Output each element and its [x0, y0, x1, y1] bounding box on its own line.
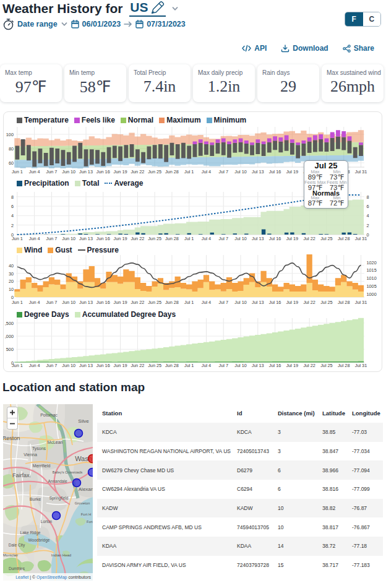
svg-text:Potomac: Potomac [40, 413, 58, 417]
svg-text:Lorton: Lorton [41, 519, 53, 524]
svg-text:Jul 31: Jul 31 [355, 169, 367, 175]
svg-text:Jun 28: Jun 28 [165, 300, 179, 305]
svg-text:Jul 16: Jul 16 [269, 169, 281, 175]
svg-text:Jun 28: Jun 28 [165, 236, 179, 241]
svg-text:Jul 10: Jul 10 [234, 300, 246, 305]
svg-text:Lake Ridge: Lake Ridge [20, 530, 41, 535]
svg-text:Jul 16: Jul 16 [269, 300, 281, 305]
svg-text:Jun 22: Jun 22 [131, 236, 144, 241]
svg-text:Jun 22: Jun 22 [131, 363, 144, 368]
svg-text:Jul 28: Jul 28 [338, 363, 350, 368]
svg-text:Jun 16: Jun 16 [96, 300, 110, 305]
svg-text:0: 0 [11, 232, 14, 238]
svg-text:Jul 28: Jul 28 [338, 236, 350, 241]
svg-text:,000: ,000 [5, 334, 14, 339]
svg-text:Merrifield: Merrifield [33, 464, 51, 468]
svg-text:1005: 1005 [367, 283, 377, 289]
svg-text:Jun 7: Jun 7 [46, 300, 58, 305]
svg-text:Jul 28: Jul 28 [338, 300, 350, 305]
svg-text:1020: 1020 [367, 260, 377, 266]
svg-text:Jun 16: Jun 16 [96, 236, 110, 241]
svg-text:Bailey's Crossroads: Bailey's Crossroads [53, 470, 83, 474]
svg-text:80: 80 [9, 146, 14, 152]
svg-text:Jul 31: Jul 31 [355, 236, 367, 241]
svg-text:Tysons: Tysons [32, 446, 46, 451]
svg-text:Jul 1: Jul 1 [184, 236, 194, 241]
svg-text:Jun 4: Jun 4 [29, 363, 40, 368]
svg-text:Jun 22: Jun 22 [131, 169, 144, 175]
svg-text:Jul 19: Jul 19 [286, 300, 298, 305]
svg-text:Jun 4: Jun 4 [29, 236, 40, 241]
svg-text:Leaflet | © OpenStreetMap cont: Leaflet | © OpenStreetMap contributors [15, 575, 91, 580]
svg-text:Jul 31: Jul 31 [355, 363, 367, 368]
svg-text:Jun 28: Jun 28 [165, 363, 179, 368]
svg-text:Jul 19: Jul 19 [286, 236, 298, 241]
svg-text:0: 0 [367, 232, 369, 238]
svg-text:Fairfax.: Fairfax. [12, 472, 31, 478]
svg-text:Fort: Fort [87, 520, 93, 524]
svg-text:Jul 22: Jul 22 [303, 236, 315, 241]
svg-text:Jul 4: Jul 4 [202, 169, 211, 175]
svg-text:Reston: Reston [3, 435, 20, 441]
svg-text:4: 4 [11, 213, 14, 218]
svg-text:Jun 25: Jun 25 [148, 236, 161, 241]
svg-text:Jul 13: Jul 13 [252, 363, 264, 368]
svg-text:Jun 16: Jun 16 [96, 363, 110, 368]
svg-text:Jul 16: Jul 16 [269, 236, 281, 241]
svg-text:Jul 10: Jul 10 [234, 363, 246, 368]
svg-text:Jul 22: Jul 22 [303, 363, 315, 368]
svg-text:Jun 25: Jun 25 [148, 300, 161, 305]
svg-text:Jul 4: Jul 4 [202, 236, 211, 241]
svg-text:Jul 7: Jul 7 [219, 169, 228, 175]
svg-text:Jun 10: Jun 10 [62, 300, 75, 305]
svg-text:Jul 22: Jul 22 [303, 300, 315, 305]
svg-text:Springfield: Springfield [49, 496, 69, 501]
svg-text:0: 0 [11, 295, 14, 300]
svg-text:2: 2 [367, 223, 369, 228]
svg-text:Jul 7: Jul 7 [219, 363, 228, 368]
svg-text:1010: 1010 [367, 275, 377, 281]
svg-text:Jun 19: Jun 19 [114, 363, 127, 368]
svg-text:40: 40 [9, 263, 14, 269]
svg-text:Dale City: Dale City [9, 543, 25, 548]
svg-text:10: 10 [9, 287, 14, 292]
svg-text:Jul 4: Jul 4 [202, 363, 211, 368]
svg-text:Jun 22: Jun 22 [131, 300, 144, 305]
svg-text:1015: 1015 [367, 267, 377, 273]
svg-text:Jun 25: Jun 25 [148, 169, 161, 175]
svg-text:Jul 10: Jul 10 [234, 236, 246, 241]
svg-text:Annandale: Annandale [48, 479, 67, 483]
svg-text:Jul 13: Jul 13 [252, 236, 264, 241]
svg-text:Montclair: Montclair [3, 553, 18, 557]
svg-text:Jun 28: Jun 28 [165, 169, 179, 175]
svg-text:Jun 10: Jun 10 [62, 236, 75, 241]
svg-text:Jul 10: Jul 10 [234, 169, 246, 175]
svg-text:500: 500 [6, 347, 14, 352]
svg-text:Jul 4: Jul 4 [202, 300, 211, 305]
svg-text:6: 6 [367, 204, 369, 209]
svg-text:Jul 19: Jul 19 [286, 363, 298, 368]
svg-text:Burke: Burke [30, 497, 41, 501]
svg-text:Jun 4: Jun 4 [29, 169, 40, 175]
svg-text:Jul 25: Jul 25 [320, 300, 332, 305]
svg-text:McLean: McLean [48, 440, 63, 444]
svg-text:Jun 4: Jun 4 [29, 300, 40, 305]
svg-text:Jun 25: Jun 25 [148, 363, 161, 368]
svg-text:Jun 13: Jun 13 [79, 300, 93, 305]
svg-text:Jul 1: Jul 1 [184, 363, 194, 368]
svg-text:0: 0 [11, 360, 14, 366]
svg-text:Alexan: Alexan [79, 486, 93, 492]
svg-text:Jun 7: Jun 7 [46, 236, 58, 241]
svg-text:4: 4 [367, 213, 369, 218]
svg-text:Jun 16: Jun 16 [96, 169, 110, 175]
svg-text:Jul 1: Jul 1 [184, 169, 194, 175]
svg-text:Jul 7: Jul 7 [219, 236, 228, 241]
svg-text:8: 8 [11, 194, 14, 200]
svg-text:Jun 10: Jun 10 [62, 169, 75, 175]
svg-text:20: 20 [9, 279, 14, 284]
svg-text:Jul 19: Jul 19 [286, 169, 298, 175]
svg-text:Jul 25: Jul 25 [320, 363, 332, 368]
svg-text:100: 100 [6, 132, 14, 137]
svg-text:Jul 13: Jul 13 [252, 169, 264, 175]
svg-text:Woodbridge: Woodbridge [28, 538, 50, 543]
